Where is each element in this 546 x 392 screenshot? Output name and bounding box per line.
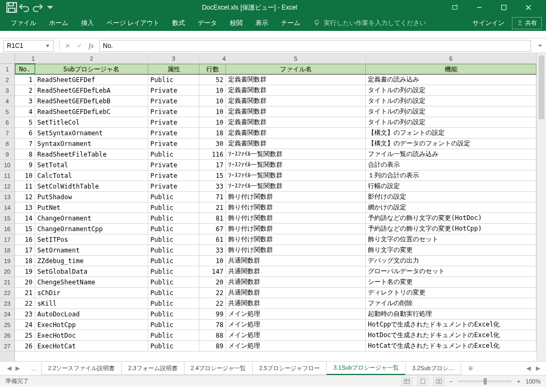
expand-formula-icon[interactable] bbox=[534, 40, 546, 52]
cell[interactable]: 88 bbox=[199, 330, 226, 340]
cell[interactable]: ChangeOrnamentCpp bbox=[35, 224, 148, 234]
header-cell[interactable]: Subプロシージャ名 bbox=[35, 64, 148, 74]
cell[interactable]: Public bbox=[148, 234, 199, 244]
col-header[interactable]: 2 bbox=[35, 53, 148, 63]
cell[interactable]: 影付けの設定 bbox=[366, 192, 536, 202]
cell[interactable]: HotCatで生成されたドキュメントのExcel化 bbox=[366, 341, 536, 351]
cell[interactable]: Public bbox=[148, 75, 199, 85]
maximize-icon[interactable] bbox=[492, 0, 516, 15]
tab-data[interactable]: データ bbox=[191, 15, 223, 31]
hscroll-right-icon[interactable]: ▶ bbox=[533, 364, 543, 373]
cell[interactable]: 33 bbox=[199, 181, 226, 191]
cell[interactable]: 21 bbox=[15, 288, 35, 298]
cell[interactable]: 飾り付け関数群 bbox=[226, 213, 366, 223]
cell[interactable]: Private bbox=[148, 117, 199, 127]
cell[interactable]: 13 bbox=[15, 202, 35, 213]
name-box[interactable]: R1C1▼ bbox=[3, 40, 54, 52]
cell[interactable]: Public bbox=[148, 277, 199, 287]
cell[interactable]: 予約語などの飾り文字の変更(HotDoc) bbox=[366, 213, 536, 223]
cell[interactable]: Private bbox=[148, 107, 199, 117]
col-header[interactable]: 6 bbox=[366, 53, 536, 63]
redo-icon[interactable] bbox=[31, 1, 44, 14]
row-header[interactable]: 16 bbox=[0, 224, 14, 234]
hscroll-left-icon[interactable]: ◀ bbox=[524, 364, 533, 373]
cell[interactable]: CalcTotal bbox=[35, 170, 148, 181]
row-header[interactable]: 26 bbox=[0, 330, 14, 341]
cell[interactable]: 11 bbox=[15, 181, 35, 191]
cell[interactable]: 147 bbox=[199, 266, 226, 276]
cell[interactable]: グローバルデータのセット bbox=[366, 266, 536, 276]
row-header[interactable]: 24 bbox=[0, 309, 14, 320]
cell[interactable]: ZZdebug_time bbox=[35, 256, 148, 266]
cell[interactable]: Public bbox=[148, 320, 199, 330]
cell[interactable]: 飾り付け関数群 bbox=[226, 234, 366, 244]
new-sheet-icon[interactable]: ⊕ bbox=[464, 365, 478, 372]
row-header[interactable]: 19 bbox=[0, 256, 14, 266]
sheet-tab[interactable]: 3.1Subプロシージャ一覧 bbox=[326, 362, 406, 375]
cell[interactable]: Public bbox=[148, 330, 199, 340]
cell[interactable]: ｿｰｽﾌｧｲﾙ一覧関数群 bbox=[226, 149, 366, 159]
cell[interactable]: 24 bbox=[15, 320, 35, 330]
row-header[interactable]: 2 bbox=[0, 75, 14, 85]
cell[interactable]: SetTotal bbox=[35, 160, 148, 170]
cell[interactable]: 2 bbox=[15, 85, 35, 95]
cell[interactable]: 15 bbox=[15, 224, 35, 234]
cell[interactable]: 飾り付け関数群 bbox=[226, 224, 366, 234]
cell[interactable]: Public bbox=[148, 256, 199, 266]
cell[interactable]: PutNet bbox=[35, 202, 148, 213]
tab-view[interactable]: 表示 bbox=[249, 15, 275, 31]
cell[interactable]: 共通関数群 bbox=[226, 288, 366, 298]
cell[interactable]: 23 bbox=[15, 309, 35, 319]
row-header[interactable]: 9 bbox=[0, 149, 14, 160]
cell[interactable]: 8 bbox=[15, 149, 35, 159]
cell[interactable]: SetGlobalData bbox=[35, 266, 148, 276]
fx-icon[interactable]: fx bbox=[85, 40, 97, 52]
col-header[interactable]: 4 bbox=[199, 53, 226, 63]
cell[interactable]: HotDocで生成されたドキュメントのExcel化 bbox=[366, 330, 536, 340]
cell[interactable]: ExecHotCat bbox=[35, 341, 148, 351]
cell[interactable]: 定義書の読み込み bbox=[366, 75, 536, 85]
cell[interactable]: 78 bbox=[199, 320, 226, 330]
cell[interactable]: 67 bbox=[199, 224, 226, 234]
cell[interactable]: 行幅の設定 bbox=[366, 181, 536, 191]
select-all-corner[interactable] bbox=[0, 53, 14, 64]
cell[interactable]: 1 bbox=[15, 75, 35, 85]
row-header[interactable]: 4 bbox=[0, 96, 14, 107]
scroll-thumb[interactable] bbox=[539, 55, 544, 119]
row-header[interactable]: 21 bbox=[0, 277, 14, 288]
row-header[interactable]: 1 bbox=[0, 64, 14, 75]
sheet-tab[interactable]: 2.2ソースファイル説明書 bbox=[41, 362, 122, 375]
cell[interactable]: 10 bbox=[199, 107, 226, 117]
header-cell[interactable]: 属性 bbox=[148, 64, 199, 74]
cell[interactable]: 起動時の自動実行処理 bbox=[366, 309, 536, 319]
cell[interactable]: ChengeSheetName bbox=[35, 277, 148, 287]
cell[interactable]: 33 bbox=[199, 245, 226, 255]
cell[interactable]: sChDir bbox=[35, 288, 148, 298]
header-cell[interactable]: 機能 bbox=[366, 64, 536, 74]
cell[interactable]: 81 bbox=[199, 213, 226, 223]
cell[interactable]: ディレクトリの変更 bbox=[366, 288, 536, 298]
cell[interactable]: 14 bbox=[15, 213, 35, 223]
cell[interactable]: ReadSheetGEFDef bbox=[35, 75, 148, 85]
cell[interactable]: 99 bbox=[199, 309, 226, 319]
tab-review[interactable]: 校閲 bbox=[223, 15, 249, 31]
tab-nav-next-icon[interactable]: ▶ bbox=[15, 365, 20, 372]
cell[interactable]: 飾り文字の位置のセット bbox=[366, 234, 536, 244]
cell[interactable]: 共通関数群 bbox=[226, 266, 366, 276]
row-header[interactable]: 11 bbox=[0, 170, 14, 181]
cell[interactable]: SetSyntaxOrnament bbox=[35, 128, 148, 138]
cell[interactable]: HotCppで生成されたドキュメントのExcel化 bbox=[366, 320, 536, 330]
sheet-tab[interactable]: 2.4プロシージャ一覧 bbox=[184, 362, 253, 375]
cell[interactable]: 22 bbox=[199, 298, 226, 308]
row-header[interactable]: 3 bbox=[0, 85, 14, 96]
cell[interactable]: Private bbox=[148, 138, 199, 149]
cell[interactable]: 4 bbox=[15, 107, 35, 117]
sheet-tab[interactable]: 2.3フォーム説明書 bbox=[121, 362, 184, 375]
cell[interactable]: 25 bbox=[15, 330, 35, 340]
cell[interactable]: 飾り付け関数群 bbox=[226, 192, 366, 202]
cell[interactable]: メイン処理 bbox=[226, 341, 366, 351]
cell[interactable]: Public bbox=[148, 288, 199, 298]
cell[interactable]: ｿｰｽﾌｧｲﾙ一覧関数群 bbox=[226, 160, 366, 170]
view-page-break-icon[interactable] bbox=[433, 377, 444, 386]
cell[interactable]: 3 bbox=[15, 96, 35, 106]
